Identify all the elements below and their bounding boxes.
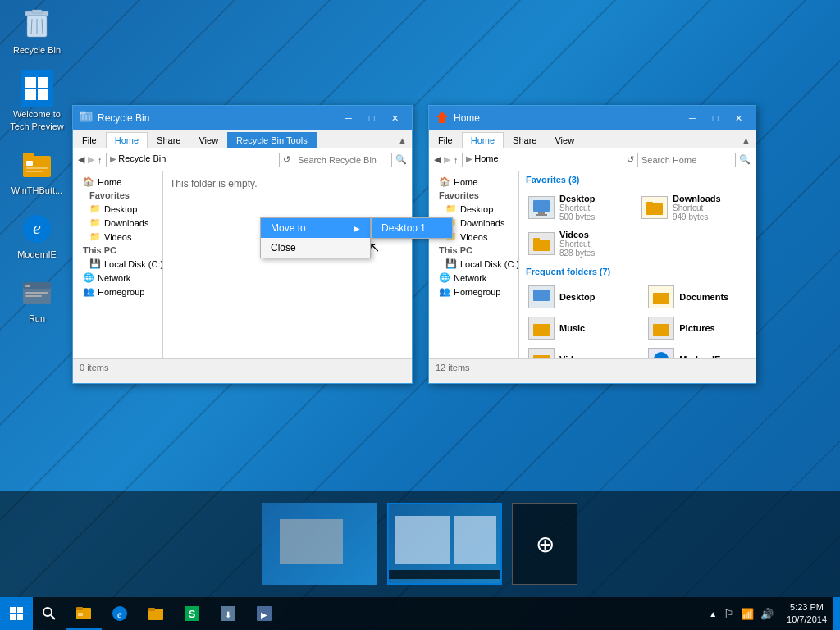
vd-new-button[interactable]: ⊕ xyxy=(512,503,578,585)
sidebar-homegroup[interactable]: 👥Homegroup xyxy=(73,285,162,299)
taskbar-pin-install[interactable]: ⬇ xyxy=(210,597,246,630)
desktop-icon-run[interactable]: Run xyxy=(8,276,66,324)
taskbar-pin-fileexplorer[interactable] xyxy=(66,597,102,630)
home-search-input[interactable] xyxy=(637,153,736,167)
freq-videos[interactable]: Videos xyxy=(526,345,642,358)
sidebar-desktop[interactable]: 📁Desktop xyxy=(73,202,162,216)
tab-share[interactable]: Share xyxy=(148,132,189,148)
taskbar-pin-store[interactable]: S xyxy=(174,597,210,630)
home-tab-share[interactable]: Share xyxy=(504,132,546,148)
freq-music[interactable]: Music xyxy=(526,314,642,342)
sidebar-home[interactable]: 🏠 Home xyxy=(73,175,162,189)
forward-btn[interactable]: ▶ xyxy=(88,154,94,165)
freq-documents[interactable]: Documents xyxy=(646,283,749,311)
desktop-icon-modernie[interactable]: e ModernIE xyxy=(8,212,66,260)
minimize-button[interactable]: ─ xyxy=(338,110,359,126)
home-maximize-button[interactable]: □ xyxy=(705,110,726,126)
desktop-icon-welcome[interactable]: Welcome toTech Preview xyxy=(8,72,66,132)
svg-line-46 xyxy=(51,615,55,619)
fav-videos-thumb xyxy=(528,232,555,255)
window-body: 🏠 Home Favorites 📁Desktop 📁Downloads 📁Vi… xyxy=(73,171,412,358)
tab-manage[interactable]: Recycle Bin Tools xyxy=(227,132,317,148)
home-back-btn[interactable]: ◀ xyxy=(434,154,441,165)
home-tab-file[interactable]: File xyxy=(429,132,462,148)
home-sidebar-network[interactable]: 🌐Network xyxy=(429,271,518,285)
home-tab-view[interactable]: View xyxy=(546,132,583,148)
start-button[interactable] xyxy=(0,597,33,630)
svg-rect-30 xyxy=(533,238,540,241)
svg-rect-53 xyxy=(148,608,155,611)
home-refresh-btn[interactable]: ↺ xyxy=(627,154,634,165)
taskbar-pin-ie[interactable]: e xyxy=(102,597,138,630)
recycle-bin-titlebar: Recycle Bin ─ □ ✕ xyxy=(73,106,412,130)
home-forward-btn[interactable]: ▶ xyxy=(444,154,450,165)
home-sidebar-homegroup[interactable]: 👥Homegroup xyxy=(429,285,518,299)
home-sidebar-home[interactable]: 🏠Home xyxy=(429,175,518,189)
home-sidebar-thispc: This PC xyxy=(429,244,518,257)
home-tab-home[interactable]: Home xyxy=(462,132,504,148)
refresh-btn[interactable]: ↺ xyxy=(283,154,290,165)
home-icon: 🏠 xyxy=(83,176,94,187)
up-btn[interactable]: ↑ xyxy=(98,155,103,165)
home-address-bar[interactable]: ▶ Home xyxy=(462,153,624,167)
tray-chevron[interactable]: ▲ xyxy=(709,609,717,619)
tab-home[interactable]: Home xyxy=(106,132,148,148)
vd-thumb-1[interactable] xyxy=(262,503,377,585)
svg-rect-48 xyxy=(76,607,83,610)
sidebar-videos[interactable]: 📁Videos xyxy=(73,230,162,244)
desktop-icon-winthbutton[interactable]: WinTHButt... xyxy=(8,148,66,196)
sidebar-localdisk[interactable]: 💾Local Disk (C:) xyxy=(73,257,162,271)
home-window-controls: ─ □ ✕ xyxy=(682,110,749,126)
fav-videos[interactable]: Videos Shortcut828 bytes xyxy=(526,227,636,260)
back-btn[interactable]: ◀ xyxy=(78,154,84,165)
freq-pictures[interactable]: Pictures xyxy=(646,314,749,342)
tray-sound[interactable]: 🔊 xyxy=(760,608,774,620)
taskbar-clock[interactable]: 5:23 PM 10/7/2014 xyxy=(780,601,833,627)
freq-modernie[interactable]: e ModernIE xyxy=(646,345,749,358)
desktop-icons: Recycle Bin Welcome toTech Preview xyxy=(8,8,66,325)
recycle-bin-content: This folder is empty. xyxy=(163,171,412,358)
submenu-desktop1[interactable]: Desktop 1 xyxy=(372,218,452,238)
frequent-header: Frequent folders (7) xyxy=(519,263,756,280)
fav-desktop-info: Desktop Shortcut500 bytes xyxy=(559,194,595,221)
home-sidebar-localdisk[interactable]: 💾Local Disk (C:) xyxy=(429,257,518,271)
clock-date: 10/7/2014 xyxy=(787,614,827,626)
freq-desktop[interactable]: Desktop xyxy=(526,283,642,311)
context-menu-close[interactable]: Close xyxy=(261,238,370,258)
fav-desktop[interactable]: Desktop Shortcut500 bytes xyxy=(526,191,636,224)
fav-downloads[interactable]: Downloads Shortcut949 bytes xyxy=(639,191,749,224)
welcome-icon xyxy=(21,72,53,105)
tray-network[interactable]: 📶 xyxy=(741,608,754,620)
ribbon-tabs: File Home Share View Recycle Bin Tools ▲ xyxy=(73,130,412,148)
home-sidebar-homegroup[interactable]: 👥 xyxy=(439,286,450,297)
search-input[interactable] xyxy=(294,153,392,167)
vd-thumb-2[interactable] xyxy=(387,503,502,585)
home-network-icon: 🌐 xyxy=(439,272,450,283)
ribbon-collapse[interactable]: ▲ xyxy=(393,133,412,148)
close-button[interactable]: ✕ xyxy=(384,110,405,126)
favorites-grid: Desktop Shortcut500 bytes Downloads Shor… xyxy=(519,188,756,263)
home-sidebar-desktop[interactable]: 📁Desktop xyxy=(429,202,518,216)
taskbar-pin-filemanager[interactable] xyxy=(138,597,174,630)
maximize-button[interactable]: □ xyxy=(361,110,382,126)
svg-text:⬇: ⬇ xyxy=(225,610,231,619)
tab-file[interactable]: File xyxy=(73,132,106,148)
desktop-icon-recycle-bin[interactable]: Recycle Bin xyxy=(8,8,66,56)
home-up-btn[interactable]: ↑ xyxy=(454,155,459,165)
folder-icon-desktop: 📁 xyxy=(89,203,101,214)
recycle-bin-title-icon xyxy=(80,111,93,126)
sidebar-downloads[interactable]: 📁Downloads xyxy=(73,216,162,230)
taskbar-search[interactable] xyxy=(33,597,66,630)
tray-flag[interactable]: ⚐ xyxy=(724,607,734,620)
notification-button[interactable] xyxy=(833,597,840,630)
home-minimize-button[interactable]: ─ xyxy=(682,110,703,126)
address-bar[interactable]: ▶ Recycle Bin xyxy=(106,153,281,167)
sidebar-network[interactable]: 🌐Network xyxy=(73,271,162,285)
status-bar: 0 items xyxy=(73,358,412,375)
home-ribbon-collapse[interactable]: ▲ xyxy=(737,133,756,148)
context-menu-moveto[interactable]: Move to ▶ xyxy=(261,218,370,238)
home-close-button[interactable]: ✕ xyxy=(728,110,749,126)
tab-view[interactable]: View xyxy=(189,132,227,148)
taskbar-pin-media[interactable]: ▶ xyxy=(246,597,282,630)
network-icon: 🌐 xyxy=(83,272,94,283)
